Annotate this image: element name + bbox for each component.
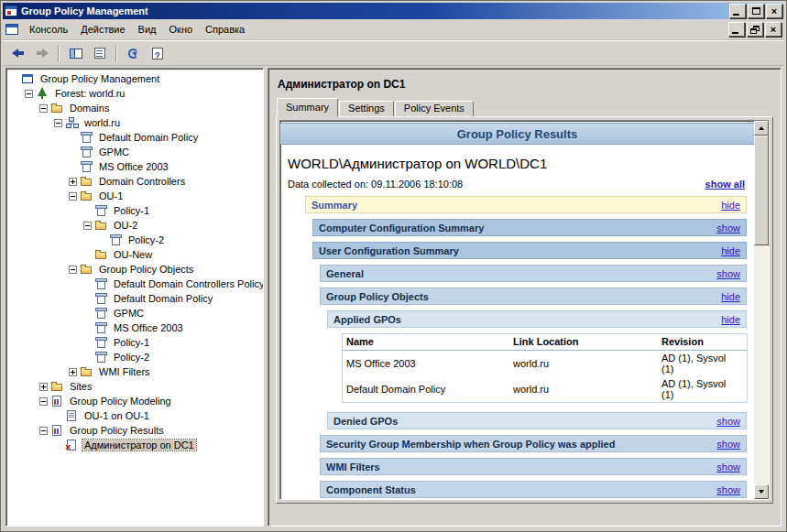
scroll-down-button[interactable] (754, 484, 769, 499)
tree-item-label[interactable]: Policy-1 (112, 337, 151, 348)
tree-item[interactable]: GPMC (6, 145, 263, 159)
tree-item[interactable]: Policy-1 (6, 335, 263, 350)
section-toggle-link[interactable]: hide (721, 200, 740, 211)
section-toggle-link[interactable]: hide (721, 314, 740, 325)
scroll-up-button[interactable] (754, 121, 769, 136)
tree-item-label[interactable]: Group Policy Results (68, 425, 166, 436)
collapse-icon[interactable] (39, 104, 48, 113)
tree-item[interactable]: WMI Filters (6, 364, 263, 379)
tree-item[interactable]: OU-New (6, 247, 263, 262)
tree-item[interactable]: Default Domain Controllers Policy (6, 277, 263, 291)
tree-item[interactable]: Default Domain Policy (6, 130, 263, 145)
collapse-icon[interactable] (39, 397, 48, 406)
tree-item[interactable]: Policy-1 (6, 203, 263, 218)
refresh-button[interactable] (122, 42, 145, 64)
tree-item[interactable]: Forest: world.ru (6, 86, 263, 101)
close-button[interactable]: × (765, 22, 782, 37)
show-console-tree-button[interactable] (64, 42, 87, 64)
tree-item-label[interactable]: world.ru (82, 117, 122, 128)
tree-item[interactable]: Sites (6, 379, 263, 394)
tree-item[interactable]: Default Domain Policy (6, 291, 263, 306)
forward-button[interactable] (30, 42, 53, 64)
section-toggle-link[interactable]: hide (721, 291, 740, 302)
menu-item[interactable]: Действие (74, 22, 131, 37)
scrollbar-track[interactable] (754, 136, 769, 484)
minimize-button[interactable] (729, 4, 746, 18)
menu-item[interactable]: Справка (199, 22, 251, 37)
section-toggle-link[interactable]: show (716, 268, 740, 279)
tree-item[interactable]: MS Office 2003 (6, 320, 263, 335)
tree-item-label[interactable]: Group Policy Objects (97, 264, 195, 275)
tree-item[interactable]: Group Policy Management (6, 71, 263, 86)
tree-item-label[interactable]: Администратор on DC1 (82, 440, 196, 451)
collapse-icon[interactable] (39, 427, 48, 435)
section-toggle-link[interactable]: show (716, 416, 740, 427)
tree-item[interactable]: OU-1 (6, 189, 263, 203)
tree-item[interactable]: Group Policy Results (6, 423, 263, 438)
tree-item-label[interactable]: Policy-1 (112, 205, 151, 216)
vertical-scrollbar[interactable] (754, 121, 769, 499)
tree-item-label[interactable]: Policy-2 (126, 234, 166, 245)
tree-item[interactable]: Policy-2 (6, 233, 263, 247)
tab-settings[interactable]: Settings (339, 101, 394, 116)
tree-item-label[interactable]: OU-New (112, 249, 154, 260)
collapse-icon[interactable] (69, 192, 77, 201)
section-toggle-link[interactable]: show (716, 484, 740, 495)
tree-item-label[interactable]: Default Domain Policy (112, 293, 214, 304)
collapse-icon[interactable] (83, 222, 92, 230)
tree-item[interactable]: OU-2 (6, 218, 263, 233)
tab-summary[interactable]: Summary (277, 98, 338, 117)
restore-button[interactable] (747, 22, 763, 37)
tree-item[interactable]: MS Office 2003 (6, 159, 263, 174)
section-toggle-link[interactable]: hide (721, 245, 740, 256)
tree-item[interactable]: world.ru (6, 115, 263, 130)
menu-item[interactable]: Окно (163, 22, 200, 37)
tree-item-label[interactable]: Group Policy Modeling (68, 396, 173, 407)
collapse-icon[interactable] (54, 119, 62, 127)
tree-item[interactable]: Policy-2 (6, 350, 263, 364)
expand-icon[interactable] (69, 368, 77, 376)
tree-item-label[interactable]: Default Domain Controllers Policy (112, 278, 264, 289)
tree-item-label[interactable]: Default Domain Policy (97, 132, 200, 143)
section-toggle-link[interactable]: show (716, 461, 740, 472)
export-list-button[interactable] (88, 42, 111, 64)
menu-item[interactable]: Вид (132, 22, 163, 37)
expand-icon[interactable] (69, 178, 77, 186)
expand-icon[interactable] (39, 383, 48, 391)
tree-item-label[interactable]: Domains (68, 103, 111, 114)
tree-item[interactable]: Domains (6, 101, 263, 115)
tree-item[interactable]: Group Policy Modeling (6, 394, 263, 408)
tree-item-label[interactable]: GPMC (112, 308, 146, 319)
maximize-button[interactable] (748, 4, 764, 18)
tree-item-label[interactable]: GPMC (97, 147, 131, 157)
title-bar[interactable]: Group Policy Management × (3, 3, 784, 19)
tree-item-label[interactable]: Domain Controllers (97, 176, 187, 187)
tree-item-label[interactable]: Group Policy Management (38, 73, 161, 84)
tree-item-label[interactable]: Policy-2 (112, 352, 151, 363)
section-toggle-link[interactable]: show (716, 223, 740, 233)
tree-item[interactable]: Group Policy Objects (6, 262, 263, 277)
tree-item-label[interactable]: OU-2 (112, 220, 139, 231)
back-button[interactable] (6, 42, 29, 64)
tree-item-label[interactable]: MS Office 2003 (112, 322, 185, 333)
tree-item[interactable]: Domain Controllers (6, 174, 263, 189)
tree-item-label[interactable]: MS Office 2003 (97, 161, 170, 172)
collapse-icon[interactable] (25, 90, 33, 98)
show-all-link[interactable]: show all (705, 179, 745, 190)
tree-item-label[interactable]: Forest: world.ru (53, 88, 126, 99)
tree-item-label[interactable]: OU-1 on OU-1 (82, 410, 151, 421)
tree-item-label[interactable]: OU-1 (97, 190, 125, 201)
scrollbar-thumb[interactable] (754, 136, 769, 245)
tree-item-label[interactable]: Sites (68, 381, 93, 392)
tree-item[interactable]: GPMC (6, 306, 263, 320)
minimize-button[interactable] (728, 22, 745, 37)
tree-item[interactable]: Администратор on DC1 (6, 438, 263, 452)
tab-policy-events[interactable]: Policy Events (395, 101, 474, 116)
close-button[interactable]: × (766, 4, 782, 18)
collapse-icon[interactable] (69, 266, 77, 274)
tree-item-label[interactable]: WMI Filters (97, 366, 152, 377)
section-toggle-link[interactable]: show (716, 439, 740, 450)
help-button[interactable] (146, 42, 169, 64)
menu-item[interactable]: Консоль (23, 22, 74, 37)
tree-item[interactable]: OU-1 on OU-1 (6, 408, 263, 423)
